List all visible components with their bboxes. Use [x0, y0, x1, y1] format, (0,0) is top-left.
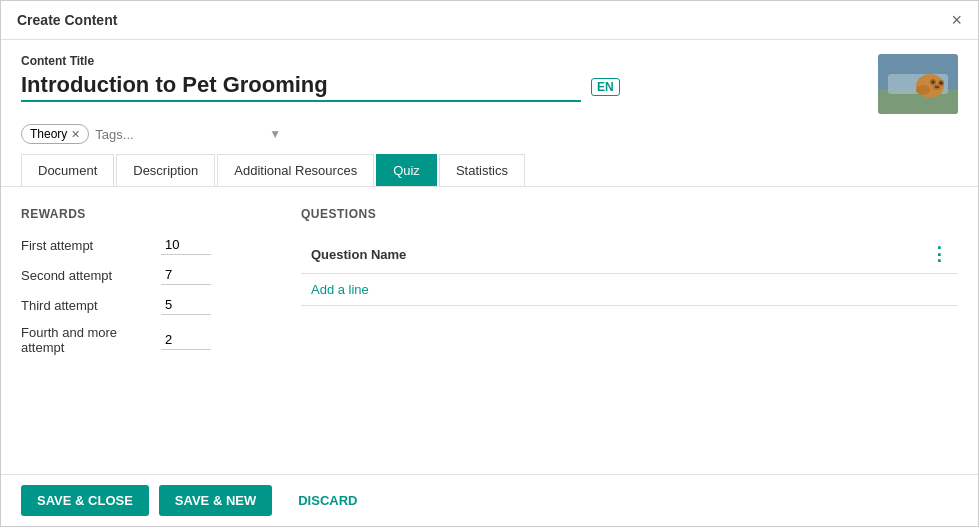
save-new-button[interactable]: SAVE & NEW: [159, 485, 272, 516]
content-header: Content Title EN: [1, 40, 978, 114]
questions-table: Question Name ⋮ Add a line: [301, 235, 958, 306]
tag-remove-icon[interactable]: ✕: [71, 128, 80, 141]
tab-document[interactable]: Document: [21, 154, 114, 186]
tab-additional-resources[interactable]: Additional Resources: [217, 154, 374, 186]
thumbnail-image: [878, 54, 958, 114]
reward-fourth-label: Fourth and more attempt: [21, 325, 161, 355]
modal-title: Create Content: [17, 12, 117, 28]
reward-row-fourth: Fourth and more attempt: [21, 325, 261, 355]
add-line-row[interactable]: Add a line: [301, 274, 958, 306]
tab-description[interactable]: Description: [116, 154, 215, 186]
tag-label: Theory: [30, 127, 67, 141]
title-row: EN: [21, 72, 878, 102]
lang-badge[interactable]: EN: [591, 78, 620, 96]
create-content-modal: Create Content × Content Title EN: [0, 0, 979, 527]
svg-point-11: [937, 86, 939, 88]
reward-first-input[interactable]: [161, 235, 211, 255]
tabs-bar: Document Description Additional Resource…: [1, 144, 978, 187]
tags-input[interactable]: [95, 127, 263, 142]
questions-kebab-icon[interactable]: ⋮: [930, 244, 948, 264]
svg-point-10: [935, 86, 937, 88]
close-button[interactable]: ×: [951, 11, 962, 29]
thumbnail: [878, 54, 958, 114]
rewards-section: Rewards First attempt Second attempt Thi…: [21, 207, 261, 454]
reward-third-label: Third attempt: [21, 298, 161, 313]
svg-point-7: [932, 81, 935, 84]
content-header-left: Content Title EN: [21, 54, 878, 102]
content-title-label: Content Title: [21, 54, 878, 68]
content-title-input[interactable]: [21, 72, 581, 102]
questions-section: Questions Question Name ⋮ Add a line: [301, 207, 958, 454]
question-name-header: Question Name: [301, 235, 920, 274]
modal-header: Create Content ×: [1, 1, 978, 40]
rewards-label: Rewards: [21, 207, 261, 221]
reward-fourth-input[interactable]: [161, 330, 211, 350]
reward-row-third: Third attempt: [21, 295, 261, 315]
reward-row-first: First attempt: [21, 235, 261, 255]
reward-second-input[interactable]: [161, 265, 211, 285]
save-close-button[interactable]: SAVE & CLOSE: [21, 485, 149, 516]
questions-header-row: Question Name ⋮: [301, 235, 958, 274]
svg-point-8: [940, 82, 943, 85]
modal-footer: SAVE & CLOSE SAVE & NEW DISCARD: [1, 474, 978, 526]
add-line-cell[interactable]: Add a line: [301, 274, 958, 306]
modal-body: Content Title EN: [1, 40, 978, 474]
tab-content-quiz: Rewards First attempt Second attempt Thi…: [1, 187, 978, 474]
tag-theory[interactable]: Theory ✕: [21, 124, 89, 144]
thumbnail-svg: [878, 54, 958, 114]
questions-menu-header: ⋮: [920, 235, 958, 274]
discard-button[interactable]: DISCARD: [282, 485, 373, 516]
reward-third-input[interactable]: [161, 295, 211, 315]
reward-row-second: Second attempt: [21, 265, 261, 285]
svg-point-4: [916, 85, 930, 95]
tab-quiz[interactable]: Quiz: [376, 154, 437, 186]
questions-label: Questions: [301, 207, 958, 221]
tab-statistics[interactable]: Statistics: [439, 154, 525, 186]
tags-dropdown-icon[interactable]: ▼: [269, 127, 281, 141]
tags-row: Theory ✕ ▼: [1, 114, 978, 144]
reward-first-label: First attempt: [21, 238, 161, 253]
reward-second-label: Second attempt: [21, 268, 161, 283]
